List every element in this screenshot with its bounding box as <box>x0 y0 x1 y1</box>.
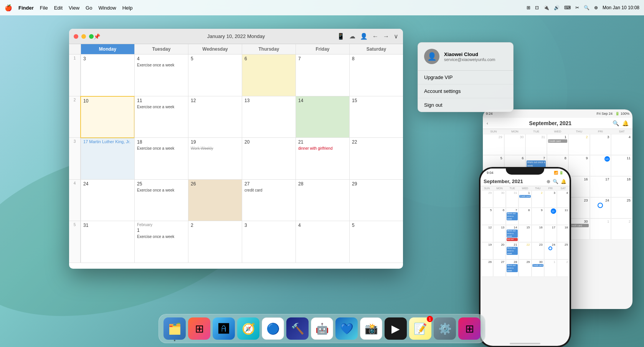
ipad-cell-18[interactable]: 18 <box>611 176 632 197</box>
ipad-cell-oct2[interactable]: 2 <box>611 218 632 240</box>
iphone-cell[interactable]: 10 <box>544 208 557 225</box>
iphone-cell[interactable]: 21 Work out once a week <box>506 242 519 259</box>
cell-jan25[interactable]: 25 Exercise once a week <box>134 180 188 221</box>
menu-edit[interactable]: Edit <box>54 5 63 11</box>
ipad-cell-23[interactable]: 23 <box>568 197 590 218</box>
cell-jan11[interactable]: 11 Exercise once a week <box>134 96 188 138</box>
sign-out-item[interactable]: Sign out <box>418 98 513 112</box>
cell-jan27[interactable]: 27 credit card <box>242 180 296 221</box>
cell-jan5[interactable]: 5 <box>188 55 242 96</box>
iphone-cell[interactable]: 19 <box>481 242 493 259</box>
menu-file[interactable]: File <box>40 5 48 11</box>
menu-help[interactable]: Help <box>122 5 133 11</box>
forward-arrow-icon[interactable]: → <box>383 33 389 40</box>
cell-jan4[interactable]: 4 Exercise once a week <box>134 55 188 96</box>
cell-feb2[interactable]: 2 <box>188 221 242 263</box>
menu-go[interactable]: Go <box>86 5 92 11</box>
dock-appstore[interactable]: 🅰 <box>213 317 235 340</box>
layout-icon[interactable]: ⊡ <box>535 5 539 10</box>
ipad-cell-3[interactable]: 3 <box>590 134 611 155</box>
cell-feb3[interactable]: 3 <box>242 221 296 263</box>
ipad-cell-10[interactable]: 10 <box>590 155 611 176</box>
cell-jan8[interactable]: 8 <box>349 55 403 96</box>
ipad-cell-16[interactable]: 16 <box>568 176 590 197</box>
volume-icon[interactable]: 🔊 <box>554 5 560 10</box>
iphone-cell[interactable]: 3 <box>544 190 557 208</box>
cell-jan17[interactable]: 17 Martin Luther King, Jr. <box>81 138 134 180</box>
iphone-cell[interactable]: 25 <box>557 242 570 259</box>
cell-jan7[interactable]: 7 <box>296 55 349 96</box>
iphone-cell[interactable]: 4 <box>557 190 570 208</box>
iphone-cell[interactable]: 31 <box>506 190 519 208</box>
dock-safari[interactable]: 🧭 <box>237 317 259 340</box>
minimize-button[interactable] <box>81 34 86 39</box>
device-icon[interactable]: 📱 <box>337 33 345 40</box>
ipad-cell-4[interactable]: 4 <box>611 134 632 155</box>
iphone-cell[interactable]: 16 <box>532 225 544 242</box>
iphone-cell[interactable]: 2 <box>557 259 570 277</box>
cell-jan13[interactable]: 13 <box>242 96 296 138</box>
dock-xcode[interactable]: 🔨 <box>286 317 309 340</box>
menu-view[interactable]: View <box>69 5 79 11</box>
app-name[interactable]: Finder <box>18 5 34 11</box>
cell-jan6[interactable]: 6 <box>242 55 296 96</box>
dock-terminal[interactable]: ▶ <box>385 317 407 340</box>
ipad-cell-oct1[interactable]: 1 <box>590 218 611 240</box>
iphone-cell[interactable]: 26 <box>481 259 493 277</box>
iphone-cell[interactable]: 23 <box>532 242 544 259</box>
cell-jan28[interactable]: 28 <box>296 180 349 221</box>
iphone-cell[interactable]: 6 <box>493 208 506 225</box>
cell-jan19[interactable]: 19 Work Weekly <box>188 138 242 180</box>
cell-jan21[interactable]: 21 dinner with girlfriend <box>296 138 349 180</box>
iphone-cell[interactable]: 22 <box>519 242 531 259</box>
iphone-cell[interactable]: 11 <box>557 208 570 225</box>
cell-jan31[interactable]: 31 <box>81 221 134 263</box>
dock-launchpad[interactable]: ⊞ <box>188 317 210 340</box>
cell-jan12[interactable]: 12 <box>188 96 242 138</box>
cell-feb4[interactable]: 4 <box>296 221 349 263</box>
ipad-cell-30p[interactable]: 30 <box>504 134 526 155</box>
ipad-cell-30[interactable]: 30 Credit card <box>568 218 590 240</box>
cell-jan14[interactable]: 14 <box>296 96 349 138</box>
dock-grid-app[interactable]: ⊞ <box>458 317 481 340</box>
cell-jan15[interactable]: 15 <box>349 96 403 138</box>
iphone-cell[interactable]: 8 <box>519 208 531 225</box>
iphone-bell-icon[interactable]: 🔔 <box>561 179 566 184</box>
expand-icon[interactable]: ∨ <box>394 33 398 40</box>
iphone-cell[interactable]: 13 <box>493 225 506 242</box>
ipad-cell-25[interactable]: 25 <box>611 197 632 218</box>
upgrade-vip-item[interactable]: Upgrade VIP <box>418 71 513 84</box>
dock-android-studio[interactable]: 🤖 <box>311 317 333 340</box>
iphone-cell[interactable]: 5 <box>481 208 493 225</box>
iphone-cell[interactable]: 7 Work out once a week <box>506 208 519 225</box>
account-icon[interactable]: 👤 <box>360 33 368 40</box>
dock-photos[interactable]: 📸 <box>360 317 382 340</box>
iphone-filter-icon[interactable]: ⊕ <box>547 179 550 184</box>
extension-icon[interactable]: 🔌 <box>543 5 549 10</box>
iphone-cell[interactable]: 29 <box>519 259 531 277</box>
dock-vscode[interactable]: 💙 <box>335 317 358 340</box>
dock-chrome[interactable]: 🔵 <box>262 317 284 340</box>
iphone-cell[interactable]: 27 <box>493 259 506 277</box>
scissors-icon[interactable]: ✂ <box>575 5 579 10</box>
sync-icon[interactable]: ☁ <box>349 33 355 40</box>
apple-menu[interactable]: 🍎 <box>5 4 12 12</box>
iphone-cell[interactable]: 2 <box>532 190 544 208</box>
ipad-cell-31p[interactable]: 31 <box>525 134 547 155</box>
cell-jan18[interactable]: 18 Exercise once a week <box>134 138 188 180</box>
iphone-cell[interactable]: 20 <box>493 242 506 259</box>
dock-system-prefs[interactable]: ⚙️ <box>434 317 456 340</box>
ipad-cell-17[interactable]: 17 <box>590 176 611 197</box>
account-settings-item[interactable]: Account settings <box>418 84 513 98</box>
cell-jan20[interactable]: 20 <box>242 138 296 180</box>
cell-jan29[interactable]: 29 <box>349 180 403 221</box>
iphone-cell[interactable]: 17 <box>544 225 557 242</box>
menu-window[interactable]: Window <box>98 5 116 11</box>
iphone-cell[interactable]: 29 <box>481 190 493 208</box>
siri-icon[interactable]: ⊕ <box>594 5 598 10</box>
cell-jan26[interactable]: 26 <box>188 180 242 221</box>
back-arrow-icon[interactable]: ← <box>372 33 378 40</box>
ipad-notify-icon[interactable]: 🔔 <box>622 120 629 126</box>
cell-jan3[interactable]: 3 <box>81 55 134 96</box>
ipad-cell-9[interactable]: 9 <box>568 155 590 176</box>
